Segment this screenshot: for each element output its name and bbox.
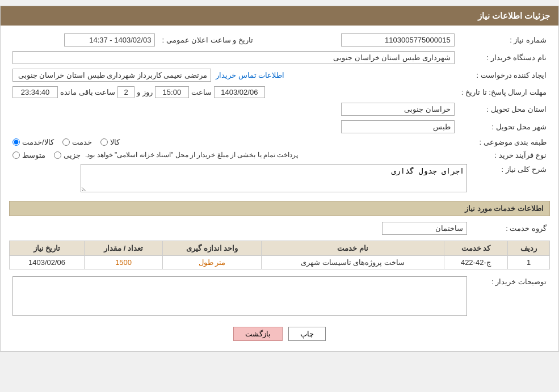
col-vahed: واحد اندازه گیری <box>163 241 262 256</box>
motavasset-label: متوسط <box>22 151 45 159</box>
baqi-value: 23:34:40 <box>12 86 58 98</box>
radio-jozyi-input[interactable] <box>54 151 61 159</box>
tabaqe-label: طبقه بندی موضوعی : <box>458 136 550 149</box>
cell-tedad: 1500 <box>85 256 163 269</box>
gorohe-cell: ساختمان <box>9 220 470 237</box>
radio-jozyi[interactable]: جزیی <box>54 151 81 159</box>
ijad-konande-value: مرتضی نعیمی کاربرداز شهرداری طبس استان خ… <box>12 69 211 82</box>
khadamat-section-header: اطلاعات خدمات مورد نیاز <box>9 201 550 216</box>
nam-dastgah-cell: شهرداری طبس استان خراسان جنوبی <box>9 49 458 66</box>
nam-dastgah-label: نام دستگاه خریدار : <box>458 49 550 66</box>
content-area: شماره نیاز : 1103005775000015 تاریخ و سا… <box>1 26 558 351</box>
sharh-label: شرح کلی نیاز : <box>470 162 550 196</box>
radio-khedmat[interactable]: خدمت <box>62 138 92 146</box>
ostan-label: استان محل تحویل : <box>458 100 550 118</box>
jozyi-label: جزیی <box>64 151 81 159</box>
cell-kod: ج-42-422 <box>444 256 507 269</box>
col-nam: نام خدمت <box>262 241 444 256</box>
col-tedad: تعداد / مقدار <box>85 241 163 256</box>
tosif-label: توضیحات خریدار : <box>470 274 550 320</box>
radio-kala-khedmat[interactable]: کالا/خدمت <box>12 138 54 146</box>
sharh-cell: اجرای جدول گذاری document.querySelector(… <box>9 162 470 196</box>
baqi-label: ساعت باقی مانده <box>60 88 115 96</box>
services-table: ردیف کد خدمت نام خدمت واحد اندازه گیری ت… <box>9 241 550 269</box>
page-title: جزئیات اطلاعات نیاز <box>478 11 550 20</box>
shahr-value: طبس <box>341 120 455 133</box>
cell-tarikh: 1403/02/06 <box>10 256 85 269</box>
print-button[interactable]: چاپ <box>288 327 326 341</box>
shomara-value: 1103005775000015 <box>341 33 455 47</box>
ostan-value: خراسان جنوبی <box>341 103 455 116</box>
sharh-textarea[interactable]: اجرای جدول گذاری <box>81 164 467 192</box>
back-button[interactable]: بازگشت <box>233 327 283 341</box>
kala-label: کالا <box>110 138 120 146</box>
rooz-value: 2 <box>117 86 135 98</box>
top-info-table: شماره نیاز : 1103005775000015 تاریخ و سا… <box>9 31 550 162</box>
nam-dastgah-value: شهرداری طبس استان خراسان جنوبی <box>12 51 455 64</box>
page-header: جزئیات اطلاعات نیاز <box>1 6 558 26</box>
radio-kala-input[interactable] <box>100 138 108 146</box>
saat-value: 15:00 <box>155 86 189 98</box>
cell-nam: ساخت پروژه‌های تاسیسات شهری <box>262 256 444 269</box>
cell-vahed: متر طول <box>163 256 262 269</box>
gorohe-label: گروه خدمت : <box>470 220 550 237</box>
tarikh-ilan-value-cell: 1403/02/03 - 14:37 <box>9 31 158 49</box>
tarikh-ilan-value: 1403/02/03 - 14:37 <box>64 33 155 47</box>
tosif-textarea[interactable] <box>12 276 467 316</box>
ijad-konande-label: ایجاد کننده درخواست : <box>458 66 550 84</box>
shomara-value-cell: 1103005775000015 <box>274 31 458 49</box>
saat-label: ساعت <box>191 88 212 96</box>
nooe-farayand-label: نوع فرآیند خرید : <box>458 149 550 162</box>
cell-radif: 1 <box>508 256 550 269</box>
shahr-label: شهر محل تحویل : <box>458 118 550 136</box>
shahr-cell: طبس <box>9 118 458 136</box>
mohlat-cell: 23:34:40 ساعت باقی مانده 2 روز و 15:00 س… <box>9 84 458 100</box>
kala-khedmat-label: کالا/خدمت <box>22 138 54 146</box>
col-kod: کد خدمت <box>444 241 507 256</box>
tabaqe-cell: کالا/خدمت خدمت کالا <box>9 136 458 149</box>
col-tarikh: تاریخ نیاز <box>10 241 85 256</box>
radio-motavasset[interactable]: متوسط <box>12 151 45 159</box>
ijad-konande-cell: مرتضی نعیمی کاربرداز شهرداری طبس استان خ… <box>9 66 458 84</box>
gorohe-value: ساختمان <box>382 222 467 235</box>
sharh-table: شرح کلی نیاز : اجرای جدول گذاری document… <box>9 162 550 196</box>
tarikh-ilan-label: تاریخ و ساعت اعلان عمومی : <box>158 31 257 49</box>
page-wrapper: جزئیات اطلاعات نیاز شماره نیاز : 1103005… <box>0 6 559 352</box>
khedmat-label: خدمت <box>72 138 92 146</box>
farayand-warning: پرداخت تمام یا بخشی از مبلغ خریدار از مح… <box>85 151 298 159</box>
radio-motavasset-input[interactable] <box>12 151 20 159</box>
table-row: 1ج-42-422ساخت پروژه‌های تاسیسات شهریمتر … <box>10 256 550 269</box>
button-row: چاپ بازگشت <box>9 320 550 345</box>
radio-kala[interactable]: کالا <box>100 138 120 146</box>
etelaat-link[interactable]: اطلاعات تماس خریدار <box>216 71 284 79</box>
mohlat-label: مهلت ارسال پاسخ: تا تاریخ : <box>458 84 550 100</box>
radio-khedmat-input[interactable] <box>62 138 70 146</box>
rooz-label: روز و <box>137 88 153 96</box>
radio-kala-khedmat-input[interactable] <box>12 138 20 146</box>
nooe-farayand-cell: متوسط جزیی پرداخت تمام یا بخشی از مبلغ خ… <box>9 149 458 162</box>
date-value: 1403/02/06 <box>214 86 265 98</box>
gorohe-table: گروه خدمت : ساختمان <box>9 220 550 237</box>
tosif-cell <box>9 274 470 320</box>
ostan-cell: خراسان جنوبی <box>9 100 458 118</box>
shomara-label: شماره نیاز : <box>458 31 550 49</box>
col-radif: ردیف <box>508 241 550 256</box>
tosif-table: توضیحات خریدار : <box>9 274 550 320</box>
